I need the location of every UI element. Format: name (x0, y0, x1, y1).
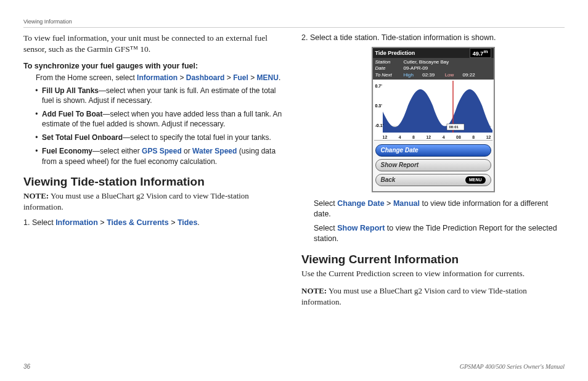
nav-water-speed: Water Speed (192, 147, 237, 155)
nav-change-date: Change Date (337, 199, 384, 208)
nav-dashboard: Dashboard (186, 73, 225, 82)
x-label: 12 (383, 134, 388, 140)
note-text: You must use a BlueChart g2 Vision card … (23, 191, 249, 211)
nav-tides-currents: Tides & Currents (107, 218, 169, 227)
device-screenshot: Tide Prediction 49.7m StationCutler, Bis… (372, 47, 495, 192)
x-label: 12 (426, 134, 431, 140)
device-title: Tide Prediction (375, 49, 470, 57)
main-columns: To view fuel information, your unit must… (23, 33, 565, 359)
high-time: 02:39 (422, 72, 435, 78)
period: . (197, 218, 199, 227)
opt-text: —select either (92, 147, 142, 155)
change-date-button[interactable]: Change Date (375, 144, 491, 157)
page-number: 36 (23, 363, 30, 370)
x-label: 08 (456, 134, 461, 140)
nav-manual: Manual (393, 199, 420, 208)
tide-note: NOTE: You must use a BlueChart g2 Vision… (23, 190, 287, 212)
x-label: 8 (412, 134, 415, 140)
list-item: Fuel Economy—select either GPS Speed or … (42, 146, 287, 166)
x-label: 8 (472, 134, 475, 140)
tide-heading: Viewing Tide-station Information (23, 174, 287, 190)
meta-station-row: StationCutler, Biscayne Bay (375, 59, 491, 65)
opt-label: Set Total Fuel Onboard (42, 133, 123, 142)
step1-prefix: 1. Select (23, 218, 55, 227)
device-buttons: Change Date Show Report BackMENU (373, 142, 494, 191)
device-titlebar: Tide Prediction 49.7m (373, 48, 494, 58)
y-label-0: 0.7' (375, 83, 382, 89)
section-header: Viewing Information (23, 18, 565, 28)
manual-title: GPSMAP 400/500 Series Owner's Manual (460, 363, 565, 370)
meta-date-row: Date09-APR-09 (375, 65, 491, 72)
y-label-2: -0.1' (375, 123, 384, 128)
note-label: NOTE: (23, 191, 49, 200)
x-label: 4 (399, 134, 401, 140)
nav-information: Information (137, 73, 178, 82)
date-value: 09-APR-09 (404, 65, 428, 72)
gt: > (227, 73, 231, 82)
nav-show-report: Show Report (337, 224, 385, 232)
step-1: 1. Select Information > Tides & Currents… (23, 218, 287, 228)
sel-pre: Select (314, 224, 337, 232)
gt: > (179, 73, 184, 82)
nav-gps-speed: GPS Speed (142, 147, 182, 155)
x-label: 12 (486, 134, 491, 140)
rise-time-label: 08:01 (449, 125, 459, 129)
opt-label: Add Fuel To Boat (42, 110, 102, 118)
station-label: Station (375, 59, 400, 65)
note-label: NOTE: (301, 286, 327, 295)
note-text: You must use a BlueChart g2 Vision card … (301, 286, 527, 306)
x-axis-labels: 12 4 8 12 4 08 8 12 (383, 134, 491, 140)
gt: > (100, 218, 104, 227)
current-note: NOTE: You must use a BlueChart g2 Vision… (301, 285, 565, 307)
station-name: Cutler, Biscayne Bay (404, 59, 449, 65)
high-label: High (404, 72, 414, 78)
gt: > (250, 73, 255, 82)
sync-from-text: From the Home screen, select (36, 73, 137, 82)
date-label: Date (375, 65, 400, 72)
or-text: or (182, 147, 192, 155)
gt: > (386, 199, 391, 208)
opt-label: Fill Up All Tanks (42, 86, 99, 95)
sel-pre: Select (314, 199, 337, 208)
list-item: Set Total Fuel Onboard—select to specify… (42, 133, 287, 142)
step-2: 2. Select a tide station. Tide-station i… (301, 33, 565, 43)
sync-heading: To synchronize your fuel gauges with you… (23, 61, 287, 72)
back-button[interactable]: BackMENU (375, 174, 491, 186)
opt-label: Fuel Economy (42, 147, 92, 155)
tonext-label: To Next (375, 72, 400, 78)
x-label: 4 (443, 134, 445, 140)
left-column: To view fuel information, your unit must… (23, 33, 287, 359)
sync-path: From the Home screen, select Information… (36, 73, 287, 83)
nav-menu: MENU (257, 73, 279, 82)
current-intro: Use the Current Prediction screen to vie… (301, 268, 565, 279)
device-meta: StationCutler, Biscayne Bay Date09-APR-0… (373, 58, 494, 80)
device-unit: m (483, 49, 488, 54)
list-item: Fill Up All Tanks—select when your tank … (42, 86, 287, 105)
device-value: 49.7m (470, 48, 491, 58)
select-show-report: Select Show Report to view the Tide Pred… (314, 223, 565, 244)
tide-chart: 0.7' 0.3' -0.1' 08:01 12 4 8 12 4 08 8 1… (374, 81, 492, 141)
current-heading: Viewing Current Information (301, 252, 565, 268)
nav-information: Information (55, 218, 98, 227)
nav-fuel: Fuel (233, 73, 248, 82)
gt: > (171, 218, 175, 227)
btn-label: Show Report (381, 161, 419, 170)
page-footer: 36 GPSMAP 400/500 Series Owner's Manual (23, 363, 565, 370)
y-label-1: 0.3' (375, 103, 382, 109)
intro-paragraph: To view fuel information, your unit must… (23, 33, 287, 55)
low-time: 09:22 (463, 72, 475, 78)
device-value-num: 49.7 (473, 51, 484, 57)
show-report-button[interactable]: Show Report (375, 159, 491, 171)
btn-label: Change Date (381, 146, 419, 155)
fuel-options-list: Fill Up All Tanks—select when your tank … (42, 86, 287, 166)
menu-pill: MENU (465, 176, 486, 183)
right-column: 2. Select a tide station. Tide-station i… (301, 33, 565, 359)
nav-tides: Tides (178, 218, 197, 227)
opt-text: —select to specify the total fuel in you… (123, 133, 271, 142)
meta-tonext-row: To Next High 02:39 Low 09:22 (375, 72, 491, 78)
list-item: Add Fuel To Boat—select when you have ad… (42, 109, 287, 129)
low-label: Low (445, 72, 454, 78)
select-change-date: Select Change Date > Manual to view tide… (314, 199, 565, 219)
btn-label: Back (381, 176, 396, 184)
tide-chart-svg (374, 81, 492, 140)
